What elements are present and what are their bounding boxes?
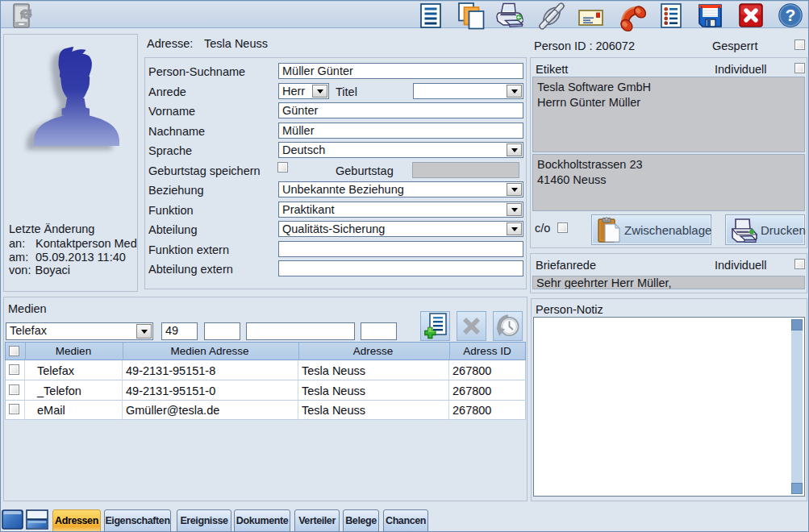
svg-text:?: ? [786, 6, 796, 24]
